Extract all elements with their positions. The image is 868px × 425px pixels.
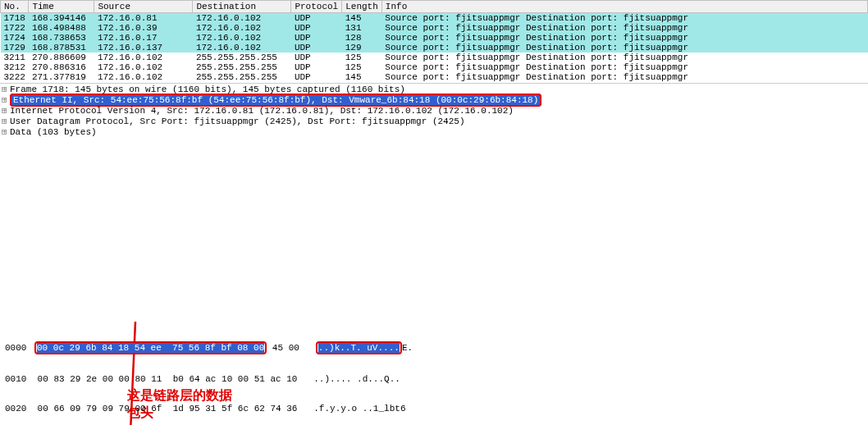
- packet-row[interactable]: 1722168.498488172.16.0.39172.16.0.102UDP…: [1, 23, 868, 33]
- packet-cell: UDP: [291, 53, 342, 62]
- packet-cell: 172.16.0.17: [94, 33, 193, 43]
- packet-row[interactable]: 3222271.377819172.16.0.102255.255.255.25…: [1, 72, 868, 82]
- packet-cell: Source port: fjitsuappmgr Destination po…: [381, 43, 867, 53]
- expand-icon[interactable]: ⊞: [2, 84, 10, 94]
- packet-row[interactable]: 1718168.394146172.16.0.81172.16.0.102UDP…: [1, 13, 868, 24]
- hex-line[interactable]: 0010 00 83 29 2e 00 00 80 11 b0 64 ac 10…: [5, 374, 863, 384]
- packet-cell: UDP: [291, 72, 342, 82]
- packet-cell: 172.16.0.39: [94, 23, 193, 33]
- packet-cell: UDP: [291, 62, 342, 72]
- packet-row[interactable]: 3212270.886316172.16.0.102255.255.255.25…: [1, 62, 868, 72]
- packet-cell: 255.255.255.255: [193, 62, 291, 72]
- packet-cell: 172.16.0.102: [94, 72, 193, 82]
- packet-cell: 172.16.0.102: [193, 43, 291, 53]
- packet-cell: UDP: [291, 33, 342, 43]
- packet-cell: Source port: fjitsuappmgr Destination po…: [381, 72, 867, 82]
- expand-icon[interactable]: ⊞: [2, 126, 10, 137]
- expand-icon[interactable]: ⊞: [2, 116, 10, 126]
- packet-cell: 125: [342, 53, 382, 62]
- packet-cell: 172.16.0.137: [94, 43, 193, 53]
- packet-cell: 1718: [1, 13, 29, 24]
- hex-line[interactable]: 000000 0c 29 6b 84 18 54 ee 75 56 8f bf …: [5, 341, 863, 354]
- packet-list-header: No. Time Source Destination Protocol Len…: [1, 1, 868, 13]
- packet-cell: 168.738653: [29, 33, 94, 43]
- packet-cell: UDP: [291, 43, 342, 53]
- packet-cell: 125: [342, 62, 382, 72]
- hex-dump-pane[interactable]: 000000 0c 29 6b 84 18 54 ee 75 56 8f bf …: [0, 322, 868, 425]
- packet-cell: Source port: fjitsuappmgr Destination po…: [381, 13, 867, 24]
- detail-udp[interactable]: ⊞User Datagram Protocol, Src Port: fjits…: [0, 116, 868, 126]
- packet-row[interactable]: 1724168.738653172.16.0.17172.16.0.102UDP…: [1, 33, 868, 43]
- packet-row[interactable]: 3211270.886609172.16.0.102255.255.255.25…: [1, 53, 868, 62]
- packet-cell: 3211: [1, 53, 29, 62]
- detail-ethernet[interactable]: ⊞Ethernet II, Src: 54:ee:75:56:8f:bf (54…: [0, 94, 868, 105]
- hex-line[interactable]: 0020 00 66 09 79 09 79 00 6f 1d 95 31 5f…: [5, 404, 863, 414]
- col-time[interactable]: Time: [29, 1, 94, 13]
- packet-cell: 172.16.0.81: [94, 13, 193, 24]
- packet-cell: 168.394146: [29, 13, 94, 24]
- packet-cell: 270.886316: [29, 62, 94, 72]
- expand-icon[interactable]: ⊞: [2, 94, 10, 105]
- packet-cell: UDP: [291, 13, 342, 24]
- packet-cell: 168.498488: [29, 23, 94, 33]
- packet-cell: 1724: [1, 33, 29, 43]
- packet-cell: 145: [342, 72, 382, 82]
- packet-cell: 172.16.0.102: [193, 33, 291, 43]
- col-destination[interactable]: Destination: [193, 1, 291, 13]
- packet-cell: Source port: fjitsuappmgr Destination po…: [381, 53, 867, 62]
- packet-cell: 255.255.255.255: [193, 72, 291, 82]
- packet-cell: UDP: [291, 23, 342, 33]
- detail-data[interactable]: ⊞Data (103 bytes): [0, 126, 868, 137]
- packet-cell: Source port: fjitsuappmgr Destination po…: [381, 62, 867, 72]
- packet-cell: Source port: fjitsuappmgr Destination po…: [381, 23, 867, 33]
- col-source[interactable]: Source: [94, 1, 193, 13]
- packet-details-pane[interactable]: ⊞Frame 1718: 145 bytes on wire (1160 bit…: [0, 83, 868, 137]
- packet-cell: 172.16.0.102: [193, 13, 291, 24]
- packet-cell: 128: [342, 33, 382, 43]
- packet-cell: 255.255.255.255: [193, 53, 291, 62]
- packet-cell: 1722: [1, 23, 29, 33]
- col-info[interactable]: Info: [381, 1, 867, 13]
- packet-cell: 270.886609: [29, 53, 94, 62]
- packet-cell: 145: [342, 13, 382, 24]
- packet-cell: 129: [342, 43, 382, 53]
- packet-cell: 3212: [1, 62, 29, 72]
- packet-cell: 168.878531: [29, 43, 94, 53]
- col-no[interactable]: No.: [1, 1, 29, 13]
- packet-cell: 172.16.0.102: [94, 53, 193, 62]
- expand-icon[interactable]: ⊞: [2, 105, 10, 116]
- packet-cell: 172.16.0.102: [94, 62, 193, 72]
- packet-cell: 1729: [1, 43, 29, 53]
- packet-cell: 172.16.0.102: [193, 23, 291, 33]
- packet-cell: Source port: fjitsuappmgr Destination po…: [381, 33, 867, 43]
- packet-cell: 3222: [1, 72, 29, 82]
- col-length[interactable]: Length: [342, 1, 382, 13]
- packet-list-table[interactable]: No. Time Source Destination Protocol Len…: [0, 0, 868, 82]
- packet-cell: 271.377819: [29, 72, 94, 82]
- packet-cell: 131: [342, 23, 382, 33]
- packet-row[interactable]: 1729168.878531172.16.0.137172.16.0.102UD…: [1, 43, 868, 53]
- col-protocol[interactable]: Protocol: [291, 1, 342, 13]
